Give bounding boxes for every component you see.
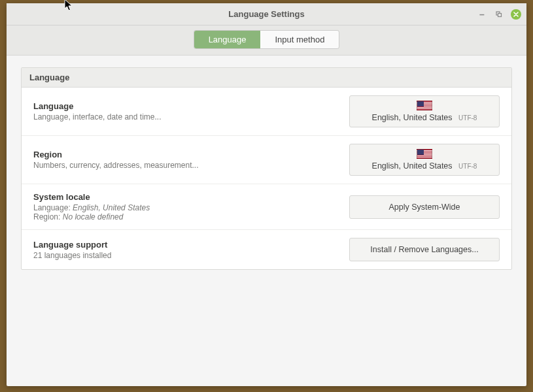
close-button[interactable] (511, 9, 521, 20)
install-remove-languages-button[interactable]: Install / Remove Languages... (349, 238, 500, 261)
support-desc: 21 languages installed (33, 251, 349, 260)
system-locale-lang-label: Language: (33, 203, 71, 212)
install-remove-label: Install / Remove Languages... (370, 245, 478, 254)
language-encoding: UTF-8 (458, 114, 477, 122)
language-section: Language Language Language, interface, d… (21, 67, 512, 270)
support-title: Language support (33, 240, 349, 250)
system-locale-region-label: Region: (33, 212, 60, 221)
row-system-locale-info: System locale Language: English, United … (33, 192, 349, 221)
tab-input-method[interactable]: Input method (260, 31, 339, 48)
row-region-info: Region Numbers, currency, addresses, mea… (33, 150, 349, 170)
maximize-button[interactable] (494, 9, 504, 20)
language-selector-button[interactable]: English, United States UTF-8 (349, 95, 500, 127)
row-region: Region Numbers, currency, addresses, mea… (22, 136, 511, 184)
language-settings-window: Language Settings – Language Input metho… (7, 3, 526, 386)
svg-rect-1 (498, 14, 502, 17)
system-locale-region-value: No locale defined (63, 212, 124, 221)
minimize-button[interactable]: – (477, 9, 487, 20)
system-locale-lang-value: English, United States (73, 203, 150, 212)
window-controls: – (477, 3, 521, 25)
system-locale-title: System locale (33, 192, 349, 202)
row-system-locale: System locale Language: English, United … (22, 184, 511, 230)
region-desc: Numbers, currency, addresses, measuremen… (33, 161, 349, 170)
language-value: English, United States (372, 113, 453, 122)
us-flag-icon (417, 149, 432, 159)
region-title: Region (33, 150, 349, 159)
tab-group: Language Input method (194, 31, 339, 48)
row-language-info: Language Language, interface, date and t… (33, 101, 349, 122)
row-support-info: Language support 21 languages installed (33, 240, 349, 260)
region-selector-button[interactable]: English, United States UTF-8 (349, 144, 500, 176)
system-locale-region-line: Region: No locale defined (33, 212, 349, 221)
section-header: Language (22, 68, 511, 88)
titlebar: Language Settings – (7, 3, 526, 25)
region-encoding: UTF-8 (458, 163, 477, 170)
tab-bar: Language Input method (7, 25, 526, 56)
row-language-support: Language support 21 languages installed … (22, 230, 511, 269)
language-desc: Language, interface, date and time... (33, 112, 349, 122)
row-language: Language Language, interface, date and t… (22, 88, 511, 136)
apply-system-wide-button[interactable]: Apply System-Wide (349, 195, 500, 219)
window-title: Language Settings (228, 9, 304, 19)
tab-language[interactable]: Language (194, 31, 261, 48)
apply-system-wide-label: Apply System-Wide (388, 203, 460, 212)
content-area: Language Language Language, interface, d… (7, 56, 526, 386)
system-locale-lang-line: Language: English, United States (33, 203, 349, 212)
us-flag-icon (417, 101, 432, 110)
region-value: English, United States (372, 161, 453, 171)
language-title: Language (33, 101, 349, 111)
